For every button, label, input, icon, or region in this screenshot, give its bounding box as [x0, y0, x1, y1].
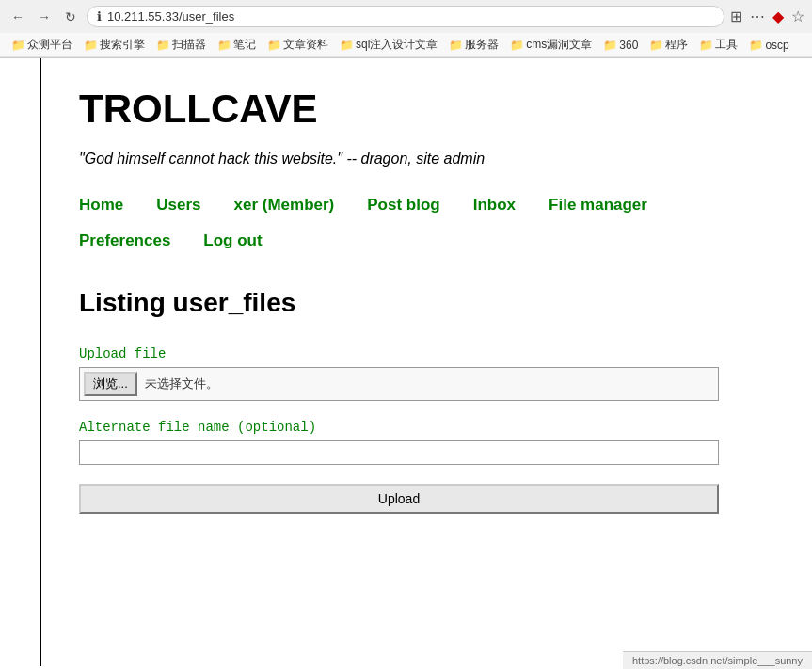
browser-toolbar: ← → ↻ ℹ 10.211.55.33/user_files ⊞ ⋯ ◆ ☆: [0, 0, 812, 33]
site-title: TROLLCAVE: [79, 87, 774, 132]
alt-name-input[interactable]: [79, 440, 719, 465]
folder-icon-2: 📁: [156, 39, 170, 52]
nav-xer-member[interactable]: xer (Member): [234, 196, 335, 215]
info-icon: ℹ: [97, 9, 102, 24]
bookmark-program[interactable]: 📁 程序: [645, 35, 692, 55]
browser-right-icons: ⊞ ⋯ ◆ ☆: [730, 8, 804, 25]
bookmark-360[interactable]: 📁 360: [599, 37, 642, 54]
alt-name-section: Alternate file name (optional): [79, 420, 774, 465]
folder-icon: 📁: [11, 39, 25, 52]
bookmark-articles[interactable]: 📁 文章资料: [263, 35, 332, 55]
status-text: https://blog.csdn.net/simple___sunny: [632, 655, 803, 666]
nav-post-blog[interactable]: Post blog: [367, 196, 439, 215]
site-tagline: "God himself cannot hack this website." …: [79, 151, 774, 167]
bookmark-tools[interactable]: 📁 工具: [695, 35, 741, 55]
folder-icon-10: 📁: [699, 39, 713, 52]
nav-row-1: Home Users xer (Member) Post blog Inbox …: [79, 196, 774, 224]
bookmark-cms[interactable]: 📁 cms漏洞文章: [506, 35, 596, 55]
bookmark-server[interactable]: 📁 服务器: [445, 35, 502, 55]
back-button[interactable]: ←: [8, 7, 28, 27]
folder-icon-6: 📁: [449, 39, 463, 52]
bookmark-star-icon[interactable]: ☆: [791, 8, 804, 25]
nav-users[interactable]: Users: [156, 196, 200, 215]
folder-icon-11: 📁: [749, 39, 763, 52]
file-input-row: 浏览... 未选择文件。: [79, 367, 719, 401]
nav-logout[interactable]: Log out: [203, 231, 262, 250]
browse-button[interactable]: 浏览...: [84, 372, 137, 396]
bookmark-scanner[interactable]: 📁 扫描器: [152, 35, 210, 55]
bookmarks-bar: 📁 众测平台 📁 搜索引擎 📁 扫描器 📁 笔记 📁 文章资料 📁 sql注入设…: [0, 33, 812, 57]
alt-name-label: Alternate file name (optional): [79, 420, 774, 435]
upload-button[interactable]: Upload: [79, 484, 719, 514]
bookmark-oscp[interactable]: 📁 oscp: [745, 37, 792, 54]
page-content: TROLLCAVE "God himself cannot hack this …: [41, 58, 812, 666]
browser-chrome: ← → ↻ ℹ 10.211.55.33/user_files ⊞ ⋯ ◆ ☆ …: [0, 0, 812, 58]
page-heading: Listing user_files: [79, 288, 774, 318]
nav-row-2: Preferences Log out: [79, 231, 774, 260]
forward-button[interactable]: →: [34, 7, 55, 27]
status-bar: https://blog.csdn.net/simple___sunny: [623, 651, 812, 666]
nav-preferences[interactable]: Preferences: [79, 231, 170, 250]
more-menu-icon[interactable]: ⋯: [750, 8, 765, 25]
url-text: 10.211.55.33/user_files: [107, 9, 234, 24]
grid-icon[interactable]: ⊞: [730, 8, 742, 25]
bookmark-sql[interactable]: 📁 sql注入设计文章: [336, 35, 441, 55]
folder-icon-1: 📁: [84, 39, 98, 52]
nav-home[interactable]: Home: [79, 196, 123, 215]
extension-icon[interactable]: ◆: [772, 8, 784, 25]
bookmark-search[interactable]: 📁 搜索引擎: [80, 35, 149, 55]
left-border: [0, 58, 41, 666]
nav-file-manager[interactable]: File manager: [549, 196, 647, 215]
folder-icon-3: 📁: [217, 39, 231, 52]
bookmark-notes[interactable]: 📁 笔记: [214, 35, 260, 55]
refresh-button[interactable]: ↻: [60, 7, 81, 27]
file-name-display: 未选择文件。: [145, 375, 218, 392]
page-wrapper: TROLLCAVE "God himself cannot hack this …: [0, 58, 812, 666]
nav-inbox[interactable]: Inbox: [473, 196, 516, 215]
address-bar[interactable]: ℹ 10.211.55.33/user_files: [87, 6, 724, 27]
folder-icon-4: 📁: [267, 39, 281, 52]
upload-file-section: Upload file 浏览... 未选择文件。: [79, 346, 774, 401]
bookmark-zhongce[interactable]: 📁 众测平台: [8, 35, 76, 55]
folder-icon-8: 📁: [603, 39, 617, 52]
folder-icon-9: 📁: [649, 39, 663, 52]
upload-file-label: Upload file: [79, 346, 774, 361]
folder-icon-7: 📁: [510, 39, 524, 52]
folder-icon-5: 📁: [340, 39, 354, 52]
